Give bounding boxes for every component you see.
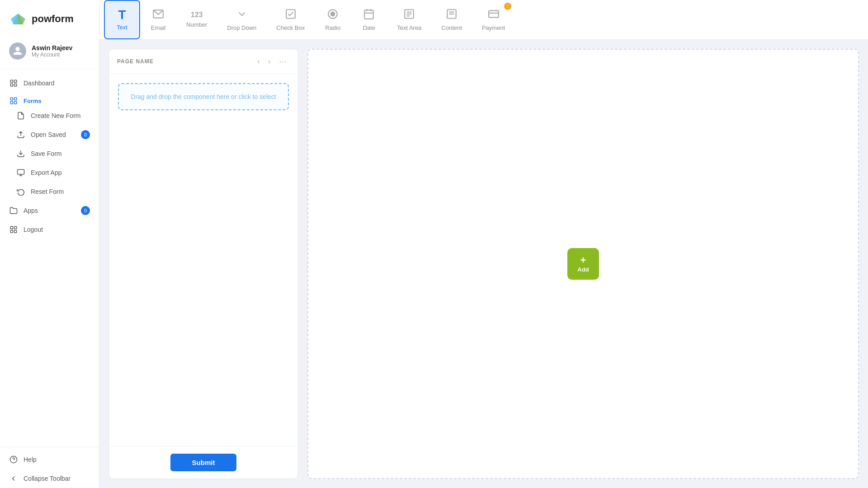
svg-rect-9	[10, 102, 13, 104]
toolbar-item-dropdown[interactable]: Drop Down	[217, 0, 266, 39]
content-tool-icon	[446, 8, 458, 22]
date-tool-icon	[363, 8, 375, 22]
dropdown-tool-label: Drop Down	[227, 24, 256, 31]
email-tool-label: Email	[151, 24, 166, 31]
user-info: Aswin Rajeev My Account	[32, 44, 72, 58]
drop-zone[interactable]: Drag and drop the component here or clic…	[118, 83, 289, 110]
apps-icon	[9, 206, 18, 215]
add-button[interactable]: + Add	[567, 248, 599, 280]
logout-label: Logout	[24, 226, 43, 233]
collapse-toolbar-label: Collapse Toolbar	[24, 475, 71, 482]
form-panel: PAGE NAME ‹ › ⋯ Drag and drop the compon…	[108, 49, 298, 479]
text-tool-icon: T	[118, 9, 126, 21]
sidebar-item-forms[interactable]: Forms	[0, 93, 99, 106]
add-label: Add	[577, 266, 589, 273]
apps-label: Apps	[24, 207, 38, 214]
svg-marker-1	[11, 14, 18, 24]
svg-rect-8	[14, 98, 17, 100]
toolbar-item-email[interactable]: Email	[140, 0, 176, 39]
textarea-tool-icon	[403, 8, 415, 22]
dashboard-label: Dashboard	[24, 80, 55, 87]
svg-rect-13	[18, 169, 24, 174]
prev-page-button[interactable]: ‹	[255, 56, 262, 66]
page-name-label: PAGE NAME	[117, 58, 251, 65]
date-tool-label: Date	[363, 24, 375, 31]
textarea-tool-label: Text Area	[397, 24, 421, 31]
payment-tool-icon	[488, 8, 500, 22]
radio-tool-label: Radio	[325, 24, 340, 31]
svg-rect-6	[14, 84, 17, 86]
save-form-label: Save Form	[31, 150, 61, 157]
sidebar-item-export-app[interactable]: Export App	[0, 163, 99, 182]
export-icon	[16, 168, 25, 177]
content-tool-label: Content	[441, 24, 462, 31]
reset-icon	[16, 187, 25, 196]
sidebar-item-open-saved[interactable]: Open Saved 0	[0, 125, 99, 144]
submit-button[interactable]: Submit	[170, 454, 237, 471]
toolbar-item-number[interactable]: 123 Number	[176, 0, 217, 39]
email-tool-icon	[152, 8, 164, 22]
sidebar-item-create-new-form[interactable]: Create New Form	[0, 106, 99, 125]
forms-icon	[9, 96, 18, 105]
forms-label: Forms	[24, 98, 42, 104]
toolbar-item-payment[interactable]: Payment !	[472, 0, 515, 39]
sidebar-item-reset-form[interactable]: Reset Form	[0, 182, 99, 201]
sidebar-nav: Dashboard Forms Create New Form Open Sav…	[0, 74, 99, 447]
svg-point-23	[331, 12, 335, 16]
svg-rect-16	[10, 230, 13, 233]
svg-marker-2	[18, 14, 25, 24]
new-form-icon	[16, 111, 25, 120]
checkbox-tool-icon	[285, 8, 297, 22]
next-page-button[interactable]: ›	[266, 56, 273, 66]
avatar	[9, 42, 26, 60]
create-new-form-label: Create New Form	[31, 112, 80, 119]
main-area: T Text Email 123 Number Drop Down	[99, 0, 868, 488]
content-area: PAGE NAME ‹ › ⋯ Drag and drop the compon…	[99, 40, 868, 488]
sidebar-item-apps[interactable]: Apps 0	[0, 201, 99, 220]
payment-badge: !	[504, 3, 511, 10]
reset-form-label: Reset Form	[31, 188, 64, 195]
form-panel-header: PAGE NAME ‹ › ⋯	[109, 49, 298, 74]
user-sub: My Account	[32, 52, 72, 58]
toolbar-item-text[interactable]: T Text	[104, 0, 140, 39]
svg-rect-17	[14, 230, 17, 233]
sidebar-item-dashboard[interactable]: Dashboard	[0, 74, 99, 93]
form-panel-body: Drag and drop the component here or clic…	[109, 74, 298, 446]
add-plus-icon: +	[580, 255, 586, 265]
logo-text: powform	[32, 13, 74, 25]
save-icon	[16, 149, 25, 158]
svg-rect-4	[14, 80, 17, 82]
toolbar-item-date[interactable]: Date	[351, 0, 387, 39]
svg-rect-35	[489, 10, 499, 17]
toolbar-item-textarea[interactable]: Text Area	[387, 0, 431, 39]
user-name: Aswin Rajeev	[32, 44, 72, 52]
right-panel: + Add	[307, 49, 859, 479]
checkbox-tool-label: Check Box	[276, 24, 305, 31]
payment-tool-label: Payment	[482, 24, 505, 31]
logo-icon	[9, 10, 27, 28]
user-section: Aswin Rajeev My Account	[0, 38, 99, 69]
sidebar-item-logout[interactable]: Logout	[0, 220, 99, 239]
toolbar-item-checkbox[interactable]: Check Box	[266, 0, 315, 39]
page-options-button[interactable]: ⋯	[276, 56, 290, 67]
apps-badge: 0	[81, 206, 90, 215]
svg-rect-15	[14, 226, 17, 229]
number-tool-icon: 123	[191, 11, 203, 19]
sidebar-bottom: Help Collapse Toolbar	[0, 447, 99, 488]
svg-rect-5	[10, 84, 13, 86]
svg-rect-24	[364, 10, 373, 19]
dashboard-icon	[9, 79, 18, 88]
sidebar-item-help[interactable]: Help	[0, 450, 99, 469]
open-saved-icon	[16, 130, 25, 139]
toolbar-item-radio[interactable]: Radio	[315, 0, 351, 39]
export-app-label: Export App	[31, 169, 62, 176]
toolbar-item-content[interactable]: Content	[431, 0, 472, 39]
svg-rect-7	[10, 98, 13, 100]
collapse-icon	[9, 474, 18, 483]
help-label: Help	[24, 456, 37, 463]
drop-zone-text: Drag and drop the component here or clic…	[131, 93, 276, 100]
open-saved-badge: 0	[81, 130, 90, 139]
sidebar-item-save-form[interactable]: Save Form	[0, 144, 99, 163]
open-saved-label: Open Saved	[31, 131, 66, 138]
sidebar-item-collapse-toolbar[interactable]: Collapse Toolbar	[0, 469, 99, 488]
